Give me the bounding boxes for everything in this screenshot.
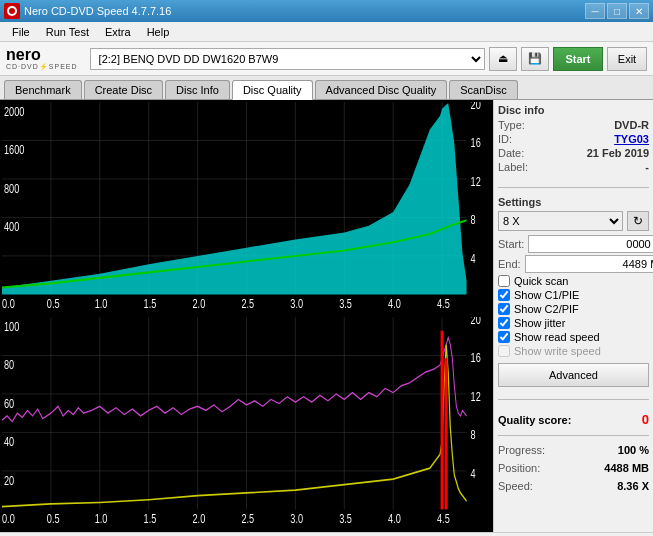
title-bar: Nero CD-DVD Speed 4.7.7.16 ─ □ ✕ bbox=[0, 0, 653, 22]
progress-row: Progress: 100 % bbox=[498, 444, 649, 456]
start-input[interactable] bbox=[528, 235, 653, 253]
advanced-button[interactable]: Advanced bbox=[498, 363, 649, 387]
quick-scan-label: Quick scan bbox=[514, 275, 568, 287]
tab-scandisc[interactable]: ScanDisc bbox=[449, 80, 517, 99]
start-button[interactable]: Start bbox=[553, 47, 603, 71]
c1pie-checkbox[interactable] bbox=[498, 289, 510, 301]
end-input[interactable] bbox=[525, 255, 653, 273]
start-row: Start: bbox=[498, 235, 649, 253]
svg-text:3.5: 3.5 bbox=[339, 297, 352, 311]
svg-text:1600: 1600 bbox=[4, 143, 24, 157]
divider-1 bbox=[498, 187, 649, 188]
disc-id-value[interactable]: TYG03 bbox=[614, 133, 649, 145]
disc-type-label: Type: bbox=[498, 119, 525, 131]
write-speed-checkbox bbox=[498, 345, 510, 357]
svg-text:20: 20 bbox=[4, 473, 14, 487]
menu-help[interactable]: Help bbox=[139, 24, 178, 40]
tab-bar: Benchmark Create Disc Disc Info Disc Qua… bbox=[0, 76, 653, 100]
svg-text:4.5: 4.5 bbox=[437, 512, 450, 526]
tab-disc-info[interactable]: Disc Info bbox=[165, 80, 230, 99]
progress-label: Progress: bbox=[498, 444, 545, 456]
window-controls: ─ □ ✕ bbox=[585, 3, 649, 19]
read-speed-label: Show read speed bbox=[514, 331, 600, 343]
tab-create-disc[interactable]: Create Disc bbox=[84, 80, 163, 99]
disc-label-value: - bbox=[645, 161, 649, 173]
disc-date-label: Date: bbox=[498, 147, 524, 159]
disc-info-section: Disc info Type: DVD-R ID: TYG03 Date: 21… bbox=[498, 104, 649, 175]
svg-text:4: 4 bbox=[471, 466, 476, 480]
svg-text:2.5: 2.5 bbox=[241, 512, 254, 526]
exit-button[interactable]: Exit bbox=[607, 47, 647, 71]
end-row: End: bbox=[498, 255, 649, 273]
svg-text:0.0: 0.0 bbox=[2, 512, 15, 526]
tab-benchmark[interactable]: Benchmark bbox=[4, 80, 82, 99]
svg-text:0.0: 0.0 bbox=[2, 297, 15, 311]
toolbar: nero CD·DVD⚡SPEED [2:2] BENQ DVD DD DW16… bbox=[0, 42, 653, 76]
menu-extra[interactable]: Extra bbox=[97, 24, 139, 40]
minimize-button[interactable]: ─ bbox=[585, 3, 605, 19]
svg-text:0.5: 0.5 bbox=[47, 512, 60, 526]
quick-scan-checkbox[interactable] bbox=[498, 275, 510, 287]
tab-advanced-disc-quality[interactable]: Advanced Disc Quality bbox=[315, 80, 448, 99]
position-value: 4488 MB bbox=[604, 462, 649, 474]
svg-text:8: 8 bbox=[471, 428, 476, 442]
stats-bar: PI Errors Average: 158.49 Maximum: 1963 … bbox=[0, 532, 653, 536]
jitter-checkbox[interactable] bbox=[498, 317, 510, 329]
eject-button[interactable]: ⏏ bbox=[489, 47, 517, 71]
read-speed-row: Show read speed bbox=[498, 331, 649, 343]
tab-disc-quality[interactable]: Disc Quality bbox=[232, 80, 313, 100]
quality-score-label: Quality score: bbox=[498, 414, 571, 426]
c2pif-label: Show C2/PIF bbox=[514, 303, 579, 315]
svg-text:80: 80 bbox=[4, 358, 14, 372]
save-button[interactable]: 💾 bbox=[521, 47, 549, 71]
svg-text:16: 16 bbox=[471, 136, 481, 150]
quality-score-row: Quality score: 0 bbox=[498, 412, 649, 427]
bottom-chart: 100 80 60 40 20 20 16 12 8 4 0.0 0.5 1.0… bbox=[2, 317, 491, 530]
speed-select[interactable]: 8 X bbox=[498, 211, 623, 231]
bottom-chart-svg: 100 80 60 40 20 20 16 12 8 4 0.0 0.5 1.0… bbox=[2, 317, 491, 530]
position-label: Position: bbox=[498, 462, 540, 474]
speed-info-label: Speed: bbox=[498, 480, 533, 492]
logo: nero CD·DVD⚡SPEED bbox=[6, 47, 78, 71]
read-speed-checkbox[interactable] bbox=[498, 331, 510, 343]
maximize-button[interactable]: □ bbox=[607, 3, 627, 19]
svg-text:3.0: 3.0 bbox=[290, 297, 303, 311]
close-button[interactable]: ✕ bbox=[629, 3, 649, 19]
c2pif-checkbox[interactable] bbox=[498, 303, 510, 315]
disc-date-value: 21 Feb 2019 bbox=[587, 147, 649, 159]
svg-text:8: 8 bbox=[471, 213, 476, 227]
svg-text:2000: 2000 bbox=[4, 104, 24, 118]
svg-text:12: 12 bbox=[471, 389, 481, 403]
disc-id-label: ID: bbox=[498, 133, 512, 145]
svg-point-1 bbox=[9, 8, 15, 14]
jitter-label: Show jitter bbox=[514, 317, 565, 329]
top-chart: 2000 1600 800 400 20 16 12 8 4 0.0 0.5 1… bbox=[2, 102, 491, 315]
refresh-button[interactable]: ↻ bbox=[627, 211, 649, 231]
settings-title: Settings bbox=[498, 196, 649, 208]
svg-text:4.0: 4.0 bbox=[388, 297, 401, 311]
position-row: Position: 4488 MB bbox=[498, 462, 649, 474]
chart-area: 2000 1600 800 400 20 16 12 8 4 0.0 0.5 1… bbox=[0, 100, 493, 532]
menu-file[interactable]: File bbox=[4, 24, 38, 40]
svg-text:100: 100 bbox=[4, 319, 19, 333]
speed-info-value: 8.36 X bbox=[617, 480, 649, 492]
write-speed-label: Show write speed bbox=[514, 345, 601, 357]
svg-text:3.0: 3.0 bbox=[290, 512, 303, 526]
disc-info-title: Disc info bbox=[498, 104, 649, 116]
logo-cdspeed: CD·DVD⚡SPEED bbox=[6, 63, 78, 71]
progress-value: 100 % bbox=[618, 444, 649, 456]
title-bar-left: Nero CD-DVD Speed 4.7.7.16 bbox=[4, 3, 171, 19]
svg-text:400: 400 bbox=[4, 220, 19, 234]
disc-type-value: DVD-R bbox=[614, 119, 649, 131]
menu-run-test[interactable]: Run Test bbox=[38, 24, 97, 40]
disc-label-row: Label: - bbox=[498, 161, 649, 173]
disc-label-label: Label: bbox=[498, 161, 528, 173]
menu-bar: File Run Test Extra Help bbox=[0, 22, 653, 42]
svg-text:40: 40 bbox=[4, 435, 14, 449]
settings-section: Settings 8 X ↻ Start: End: Quick scan bbox=[498, 196, 649, 387]
disc-id-row: ID: TYG03 bbox=[498, 133, 649, 145]
svg-text:60: 60 bbox=[4, 396, 14, 410]
drive-select[interactable]: [2:2] BENQ DVD DD DW1620 B7W9 bbox=[90, 48, 485, 70]
svg-text:12: 12 bbox=[471, 174, 481, 188]
svg-text:1.5: 1.5 bbox=[144, 512, 157, 526]
